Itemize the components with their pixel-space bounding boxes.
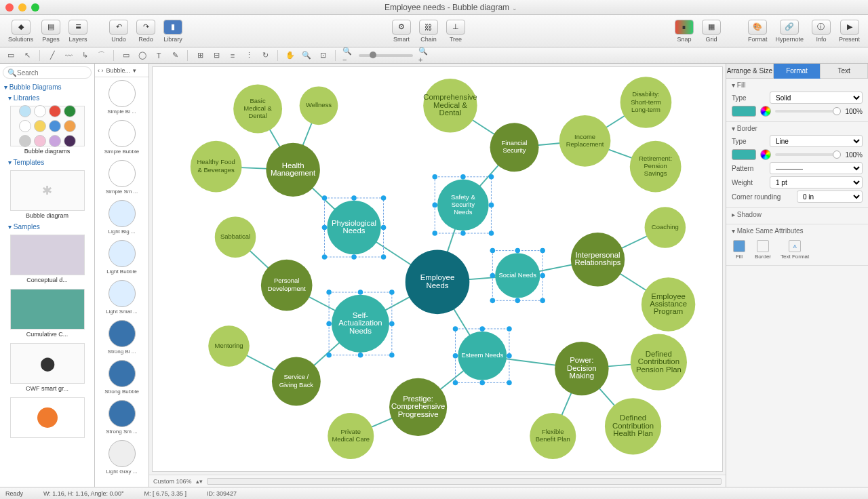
undo-button[interactable]: ↶Undo [105, 20, 132, 43]
svg-text:Self-: Self- [353, 311, 369, 319]
zoom-icon[interactable] [31, 3, 39, 12]
arc-tool-icon[interactable]: ⌒ [96, 50, 106, 61]
pen-tool-icon[interactable]: ✎ [170, 50, 180, 61]
svg-text:Defined: Defined [620, 414, 646, 422]
templates-section[interactable]: ▾ Templates [0, 157, 94, 167]
zoom-in-icon[interactable]: 🔍+ [418, 50, 429, 61]
solutions-button[interactable]: ◆Solutions [4, 20, 37, 43]
samples-section[interactable]: ▾ Samples [0, 222, 94, 232]
text-tool-icon[interactable]: T [153, 50, 164, 61]
shape-item[interactable]: Simple Bi ... [95, 77, 149, 117]
fill-opacity-slider[interactable] [775, 110, 841, 113]
fill-color-swatch[interactable] [732, 106, 756, 117]
smart-button[interactable]: ⚙Smart [388, 20, 415, 43]
weight-select[interactable]: 1 pt [770, 176, 863, 188]
zoom-tool-icon[interactable]: 🔍 [301, 50, 312, 61]
shape-item[interactable]: Light Gray ... [95, 437, 149, 477]
zoom-slider[interactable] [359, 54, 413, 57]
layers-button[interactable]: ≣Layers [64, 20, 92, 43]
svg-text:Healthy Food: Healthy Food [197, 158, 235, 165]
msa-border-button[interactable]: Border [755, 240, 771, 260]
pattern-select[interactable]: ———— [770, 162, 863, 174]
msa-text-button[interactable]: AText Format [781, 240, 809, 260]
ellipse-tool-icon[interactable]: ◯ [137, 50, 148, 61]
shape-item[interactable]: Light Smal ... [95, 277, 149, 317]
zoom-out-icon[interactable]: 🔍− [342, 50, 353, 61]
fill-colorpicker-icon[interactable] [760, 106, 771, 117]
rect-tool-icon[interactable]: ▭ [121, 50, 132, 61]
status-dimensions: W: 1.16, H: 1.16, Angle: 0.00° [43, 490, 124, 497]
corner-select[interactable]: 0 in [797, 191, 863, 203]
border-type-select[interactable]: Line [770, 135, 863, 147]
svg-text:Needs: Needs [454, 208, 473, 216]
redo-button[interactable]: ↷Redo [132, 20, 159, 43]
search-box[interactable]: 🔍 [3, 66, 92, 79]
tab-arrange[interactable]: Arrange & Size [726, 64, 774, 79]
shape-item[interactable]: Light Bubble [95, 237, 149, 277]
svg-text:Personal: Personal [274, 277, 299, 284]
info-button[interactable]: ⓘInfo [808, 20, 835, 43]
pages-button[interactable]: ▤Pages [37, 20, 64, 43]
svg-point-150 [326, 290, 332, 295]
svg-point-120 [432, 231, 437, 236]
border-color-swatch[interactable] [732, 149, 756, 160]
pointer-tool-icon[interactable]: ▭ [5, 50, 16, 61]
shape-item[interactable]: Simple Sm ... [95, 157, 149, 197]
present-button[interactable]: ▶Present [835, 20, 864, 43]
line-tool-icon[interactable]: ╱ [47, 50, 58, 61]
grid-button[interactable]: ▦Grid [698, 20, 725, 43]
svg-text:Sabbatical: Sabbatical [220, 233, 250, 240]
shape-item[interactable]: Simple Bubble [95, 117, 149, 157]
drawing-canvas[interactable]: BasicMedical &DentalWellnessHealthy Food… [152, 66, 723, 472]
cumulative-thumb[interactable]: Cumulative C... [10, 289, 85, 338]
shape-item[interactable]: Strong Bi ... [95, 317, 149, 357]
status-ready: Ready [5, 490, 23, 497]
extra-thumb[interactable] [10, 397, 85, 438]
crop-tool-icon[interactable]: ⊡ [317, 50, 328, 61]
group-tool-icon[interactable]: ⊞ [195, 50, 205, 61]
zoom-level[interactable]: Custom 106% [153, 478, 192, 485]
distribute-tool-icon[interactable]: ⋮ [243, 50, 254, 61]
msa-fill-button[interactable]: Fill [733, 240, 745, 260]
search-input[interactable] [17, 69, 103, 77]
rotate-tool-icon[interactable]: ↻ [260, 50, 271, 61]
align-tool-icon[interactable]: ≡ [227, 50, 238, 61]
library-header[interactable]: ▾ Bubble Diagrams [0, 81, 94, 93]
canvas-area: BasicMedical &DentalWellnessHealthy Food… [149, 64, 726, 487]
shape-item[interactable]: Strong Bubble [95, 357, 149, 397]
svg-point-109 [381, 254, 387, 260]
tab-text[interactable]: Text [821, 64, 868, 79]
svg-text:Medical &: Medical & [243, 104, 272, 112]
svg-point-127 [515, 248, 520, 254]
shape-item[interactable]: Strong Sm ... [95, 397, 149, 437]
border-colorpicker-icon[interactable] [760, 149, 771, 160]
bubble-diagram-thumb[interactable]: ✱Bubble diagram [10, 170, 85, 219]
close-icon[interactable] [5, 3, 14, 12]
library-button[interactable]: ▮Library [159, 20, 186, 43]
svg-text:Coaching: Coaching [652, 223, 679, 231]
tree-button[interactable]: ⊥Tree [442, 20, 469, 43]
select-tool-icon[interactable]: ↖ [22, 50, 33, 61]
shape-item[interactable]: Light Big ... [95, 197, 149, 237]
shapes-breadcrumb[interactable]: ‹ ›Bubble...▾ [95, 64, 149, 77]
curve-tool-icon[interactable]: 〰 [63, 50, 74, 61]
minimize-icon[interactable] [18, 3, 26, 12]
chain-button[interactable]: ⛓Chain [415, 20, 442, 43]
bubble-diagrams-thumb[interactable]: Bubble diagrams [10, 106, 85, 155]
svg-point-151 [358, 290, 363, 295]
snap-button[interactable]: ∎Snap [671, 20, 698, 43]
tab-format[interactable]: Format [774, 64, 821, 79]
hypernote-button[interactable]: 🔗Hypernote [771, 20, 808, 43]
border-opacity-slider[interactable] [775, 153, 841, 156]
shadow-section[interactable]: ▸ Shadow [726, 208, 868, 224]
cwf-thumb[interactable]: ⬤CWF smart gr... [10, 343, 85, 392]
window-titlebar: Employee needs - Bubble diagram⌄ [0, 0, 868, 15]
ungroup-tool-icon[interactable]: ⊟ [211, 50, 222, 61]
conceptual-thumb[interactable]: Conceptual d... [10, 235, 85, 283]
connector-tool-icon[interactable]: ↳ [79, 50, 90, 61]
horizontal-scrollbar[interactable] [207, 478, 722, 485]
format-button[interactable]: 🎨Format [744, 20, 772, 43]
fill-type-select[interactable]: Solid [770, 92, 863, 104]
hand-tool-icon[interactable]: ✋ [285, 50, 296, 61]
svg-point-107 [322, 254, 328, 260]
